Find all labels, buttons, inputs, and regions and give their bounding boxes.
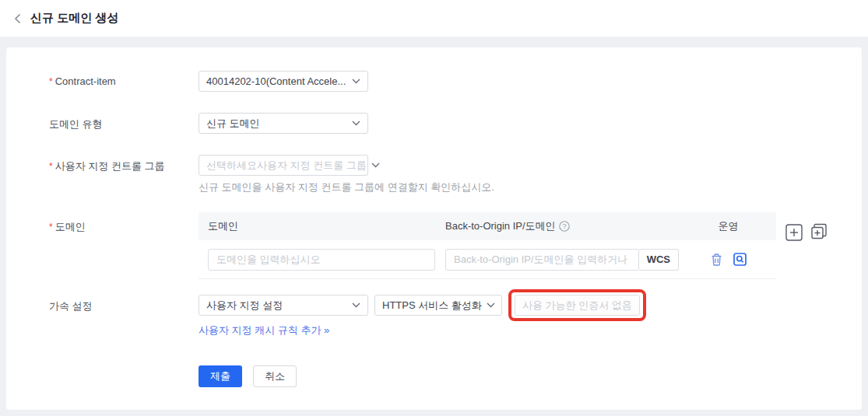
control-group-field: 선택하세요사용자 지정 컨트롤 그룹 신규 도메인을 사용자 지정 컨트롤 그룹…: [199, 155, 494, 194]
chevron-down-icon: [352, 302, 360, 308]
contract-item-label: *Contract-item: [49, 71, 199, 92]
submit-button[interactable]: 제출: [199, 365, 242, 387]
operation-cell: [702, 253, 776, 266]
form-row-acceleration: 가속 설정 사용자 지정 설정 HTTPS 서비스 활성화 사용 가능한 인증서…: [6, 295, 862, 316]
page-header: 신규 도메인 생성: [0, 0, 868, 37]
form-panel: *Contract-item 40014202-10(Content Accel…: [6, 47, 862, 410]
acceleration-setting-value: 사용자 지정 설정: [206, 299, 283, 313]
origin-cell: WCS: [445, 249, 702, 271]
domain-type-select[interactable]: 신규 도메인: [199, 113, 368, 134]
form-row-domain-type: 도메인 유형 신규 도메인: [6, 113, 862, 134]
https-service-select[interactable]: HTTPS 서비스 활성화: [374, 295, 502, 316]
control-group-placeholder: 선택하세요사용자 지정 컨트롤 그룹: [206, 159, 367, 173]
question-circle-icon[interactable]: ?: [559, 221, 570, 232]
domain-table-area: 도메인 Back-to-Origin IP/도메인 ? 운영 WCS: [199, 212, 829, 279]
svg-text:?: ?: [562, 222, 566, 230]
plus-square-icon: [785, 224, 803, 241]
add-cache-rule-link[interactable]: 사용자 지정 캐시 규칙 추가 »: [199, 324, 329, 336]
domain-label: *도메인: [49, 212, 199, 279]
domain-type-value: 신규 도메인: [206, 117, 260, 131]
domain-cell: [208, 249, 445, 271]
certificate-select: 사용 가능한 인증서 없음: [515, 295, 640, 316]
domain-table: 도메인 Back-to-Origin IP/도메인 ? 운영 WCS: [199, 212, 776, 279]
domain-table-header: 도메인 Back-to-Origin IP/도메인 ? 운영: [199, 212, 776, 240]
delete-row-button[interactable]: [711, 253, 722, 266]
chevron-down-icon: [371, 163, 380, 168]
chevron-down-icon: [487, 302, 495, 308]
page-title: 신규 도메인 생성: [30, 11, 118, 26]
form-row-contract-item: *Contract-item 40014202-10(Content Accel…: [6, 71, 862, 92]
contract-item-label-text: Contract-item: [55, 75, 116, 87]
copy-plus-icon: [810, 223, 829, 241]
magnifier-square-icon: [733, 253, 747, 266]
column-header-origin-text: Back-to-Origin IP/도메인: [445, 219, 556, 233]
acceleration-controls: 사용자 지정 설정 HTTPS 서비스 활성화 사용 가능한 인증서 없음: [199, 295, 646, 316]
control-group-label-text: 사용자 지정 컨트롤 그룹: [55, 160, 165, 172]
table-row-actions: [785, 223, 829, 241]
red-highlight-annotation: 사용 가능한 인증서 없음: [508, 289, 646, 321]
certificate-value: 사용 가능한 인증서 없음: [522, 299, 632, 313]
form-actions: 제출 취소: [49, 365, 862, 387]
wcs-addon-button[interactable]: WCS: [639, 249, 679, 271]
chevron-down-icon: [352, 79, 360, 84]
column-header-domain: 도메인: [208, 219, 445, 233]
contract-item-value: 40014202-10(Content Accele...: [206, 75, 346, 87]
required-marker: *: [49, 161, 53, 172]
column-header-origin: Back-to-Origin IP/도메인 ?: [445, 219, 702, 233]
control-group-label: *사용자 지정 컨트롤 그룹: [49, 155, 199, 194]
preview-config-button[interactable]: [733, 253, 747, 266]
form-row-domain: *도메인 도메인 Back-to-Origin IP/도메인 ? 운영: [6, 212, 862, 279]
required-marker: *: [49, 222, 53, 232]
add-row-button[interactable]: [785, 224, 803, 241]
domain-type-label: 도메인 유형: [49, 113, 199, 134]
origin-input[interactable]: [445, 249, 639, 271]
domain-table-row: WCS: [199, 240, 776, 279]
acceleration-setting-select[interactable]: 사용자 지정 설정: [199, 295, 368, 316]
control-group-helper-text: 신규 도메인을 사용자 지정 컨트롤 그룹에 연결할지 확인하십시오.: [199, 180, 494, 194]
back-button[interactable]: [11, 12, 23, 25]
required-marker: *: [49, 76, 53, 87]
https-service-value: HTTPS 서비스 활성화: [382, 299, 482, 313]
control-group-select[interactable]: 선택하세요사용자 지정 컨트롤 그룹: [199, 155, 368, 176]
form-row-control-group: *사용자 지정 컨트롤 그룹 선택하세요사용자 지정 컨트롤 그룹 신규 도메인…: [6, 155, 862, 194]
domain-input[interactable]: [208, 249, 435, 271]
cancel-button[interactable]: 취소: [253, 365, 297, 387]
origin-input-group: WCS: [445, 249, 679, 271]
trash-icon: [711, 253, 722, 266]
batch-add-button[interactable]: [810, 223, 829, 241]
cache-rule-row: 사용자 지정 캐시 규칙 추가 »: [49, 323, 862, 337]
contract-item-select[interactable]: 40014202-10(Content Accele...: [199, 71, 368, 92]
acceleration-label: 가속 설정: [49, 295, 199, 316]
column-header-operation: 운영: [702, 219, 776, 233]
domain-label-text: 도메인: [55, 221, 86, 232]
chevron-down-icon: [352, 121, 360, 126]
chevron-left-icon: [14, 13, 21, 24]
